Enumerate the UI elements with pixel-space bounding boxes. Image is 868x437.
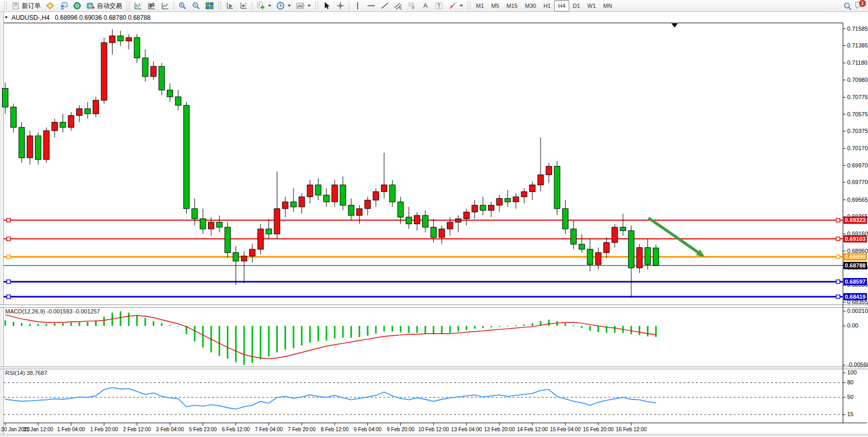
macd-histogram-bar [367, 326, 369, 336]
hline-handle[interactable] [7, 237, 10, 241]
candle-body [332, 185, 338, 202]
macd-histogram-bar [70, 322, 72, 326]
time-tick-label: 3 Feb 04:00 [156, 427, 184, 432]
rsi-tick-label: 50 [847, 394, 853, 400]
time-tick-label: 31 Jan 12:00 [23, 427, 53, 432]
candle-body [414, 215, 420, 224]
macd-histogram-bar [79, 322, 80, 326]
macd-histogram-bar [120, 311, 121, 326]
time-tick-label: 1 Feb 20:00 [90, 427, 118, 432]
candle-body [579, 244, 585, 249]
macd-histogram-bar [548, 320, 549, 326]
macd-histogram-bar [194, 326, 195, 341]
candle-body [357, 209, 362, 215]
candle-body [480, 205, 486, 211]
hline-handle[interactable] [7, 280, 10, 284]
macd-histogram-bar [589, 326, 591, 331]
hline-handle[interactable] [7, 295, 10, 299]
candle-body [447, 222, 453, 229]
candle-body [68, 115, 74, 127]
macd-histogram-bar [417, 326, 418, 333]
macd-histogram-bar [62, 323, 64, 326]
candle-body [587, 249, 593, 264]
candle-body [200, 219, 206, 229]
rsi-tick-label: 100 [847, 369, 857, 375]
candle-body [93, 100, 99, 114]
macd-histogram-bar [565, 323, 566, 326]
macd-histogram-bar [392, 326, 393, 332]
macd-histogram-bar [5, 320, 6, 326]
macd-histogram-bar [260, 326, 261, 359]
macd-histogram-bar [507, 326, 508, 326]
macd-histogram-bar [342, 326, 344, 338]
macd-histogram-bar [474, 326, 475, 329]
macd-histogram-bar [597, 326, 599, 332]
candle-body [381, 185, 387, 192]
macd-histogram-bar [177, 326, 179, 326]
macd-histogram-bar [128, 313, 130, 326]
candle-body [637, 248, 642, 268]
macd-histogram-bar [13, 322, 14, 326]
candle-body [216, 222, 222, 227]
horizontal-lines-layer[interactable] [4, 218, 843, 299]
price-tick-label: 0.70170 [847, 145, 868, 151]
chart-shift-marker[interactable] [671, 23, 678, 28]
candle-body [258, 229, 263, 249]
time-tick-label: 10 Feb 12:00 [418, 427, 449, 432]
time-axis[interactable]: 30 Jan 202331 Jan 12:001 Feb 04:001 Feb … [1, 423, 647, 432]
candle-body [604, 242, 609, 252]
macd-histogram-bar [136, 315, 138, 326]
hline-handle[interactable] [836, 255, 840, 259]
macd-histogram-bar [252, 326, 253, 363]
candle-body [27, 136, 33, 157]
hline-handle[interactable] [836, 218, 840, 222]
hline-handle[interactable] [836, 295, 840, 299]
macd-histogram-bar [218, 326, 220, 356]
macd-histogram-bar [449, 326, 451, 333]
time-tick-label: 2 Feb 12:00 [123, 427, 151, 432]
time-tick-label: 15 Feb 20:00 [583, 427, 614, 432]
candle-body [373, 192, 379, 200]
price-tick-label: 0.70775 [847, 94, 868, 100]
candle-body [126, 38, 132, 41]
macd-histogram-bar [317, 326, 319, 341]
macd-histogram-bar [29, 324, 31, 326]
macd-histogram-bar [243, 326, 245, 365]
hline-handle[interactable] [836, 237, 840, 241]
candle-body [612, 227, 618, 242]
candle-body [497, 199, 503, 205]
candle-body [52, 122, 57, 130]
candle-body [209, 222, 214, 229]
macd-tick-label: -0.005607 [847, 361, 868, 368]
macd-histogram-bar [383, 326, 385, 332]
macd-histogram-bar [103, 317, 105, 326]
candle-body [167, 90, 173, 97]
macd-histogram-bar [285, 326, 286, 349]
candle-body [645, 248, 651, 264]
macd-histogram-bar [647, 326, 649, 336]
macd-histogram-bar [293, 326, 295, 348]
macd-histogram-bar [153, 321, 154, 326]
macd-histogram-bar [532, 323, 533, 326]
chart-canvas[interactable]: 0.715850.713850.711800.709800.707750.705… [0, 0, 868, 437]
hline-handle[interactable] [836, 280, 840, 284]
candle-body [315, 185, 321, 195]
time-tick-label: 7 Feb 20:00 [288, 427, 316, 432]
macd-histogram-bar [144, 318, 146, 326]
macd-histogram-bar [301, 326, 302, 345]
hline-handle[interactable] [7, 255, 10, 259]
macd-histogram-bar [655, 326, 657, 337]
candle-body [554, 166, 560, 209]
macd-histogram-bar [169, 325, 171, 326]
candle-body [85, 108, 91, 114]
macd-histogram-bar [400, 326, 401, 332]
hline-handle[interactable] [7, 218, 10, 222]
price-tick-label: 0.70375 [847, 128, 868, 134]
macd-histogram-bar [235, 326, 237, 362]
macd-histogram-bar [87, 322, 89, 326]
time-tick-label: 15 Feb 04:00 [550, 427, 581, 432]
candle-body [44, 131, 50, 160]
candle-body [456, 219, 461, 222]
time-tick-label: 13 Feb 20:00 [484, 427, 515, 432]
rsi-indicator-label: RSI(14) 38.7687 [5, 370, 47, 376]
